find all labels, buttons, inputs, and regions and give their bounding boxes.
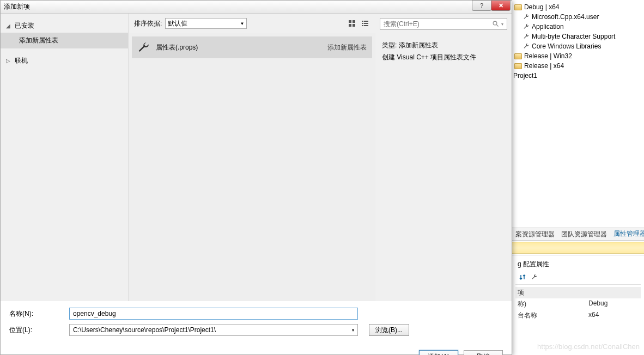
tab-solution-explorer[interactable]: 案资源管理器 — [512, 228, 558, 241]
svg-rect-6 — [362, 23, 363, 24]
tree-mbcs[interactable]: Multi-byte Character Support — [513, 32, 643, 41]
chevron-down-icon: ▾ — [352, 328, 354, 333]
svg-rect-7 — [364, 23, 368, 24]
sort-tool[interactable] — [518, 272, 527, 282]
view-grid-button[interactable] — [347, 19, 357, 28]
search-box[interactable]: ▾ — [380, 18, 507, 30]
folder-icon — [514, 4, 522, 10]
dialog-titlebar: 添加新项 ? ✕ — [1, 1, 512, 14]
template-list-panel: 排序依据: 默认值 ▼ 属性表(.props) — [129, 14, 375, 301]
name-input[interactable] — [69, 308, 358, 320]
svg-rect-5 — [364, 21, 368, 22]
tree-label: 已安装 — [15, 21, 34, 30]
location-label: 位置(L): — [9, 326, 69, 335]
tree-label: Multi-byte Character Support — [532, 33, 615, 40]
tree-label: Application — [532, 23, 564, 30]
sort-bar: 排序依据: 默认值 ▼ — [129, 14, 375, 33]
template-tag: 添加新属性表 — [327, 43, 367, 52]
description-panel: ▾ 类型: 添加新属性表 创建 Visual C++ 项目属性表文件 — [375, 14, 512, 301]
svg-rect-2 — [349, 24, 351, 27]
tree-core-libs[interactable]: Core Windows Libraries — [513, 41, 643, 51]
template-item-props[interactable]: 属性表(.props) 添加新属性表 — [132, 36, 372, 58]
properties-header: g 配置属性 — [515, 259, 641, 270]
tree-online[interactable]: ▷ 联机 — [1, 54, 128, 68]
tree-label: Microsoft.Cpp.x64.user — [532, 13, 599, 21]
divider-strip — [512, 242, 644, 254]
wrench-icon — [523, 14, 530, 20]
chevron-down-icon: ▼ — [240, 21, 244, 26]
desc-type-label: 类型: — [382, 41, 397, 49]
property-manager-panel: Debug | x64 Microsoft.Cpp.x64.user Appli… — [512, 0, 644, 355]
category-tree: ◢ 已安装 添加新属性表 ▷ 联机 — [1, 14, 129, 301]
prop-row-name[interactable]: 称) Debug — [515, 298, 641, 310]
sort-dropdown[interactable]: 默认值 ▼ — [165, 18, 247, 29]
close-button[interactable]: ✕ — [491, 0, 511, 11]
tree-installed[interactable]: ◢ 已安装 — [1, 19, 128, 33]
window-controls: ? ✕ — [472, 0, 511, 11]
tree-ms-cpp[interactable]: Microsoft.Cpp.x64.user — [513, 12, 643, 22]
search-icon — [493, 21, 499, 27]
help-button[interactable]: ? — [472, 0, 491, 11]
bottom-tabs: 案资源管理器 团队资源管理器 属性管理器 — [512, 228, 644, 241]
svg-point-10 — [493, 21, 497, 25]
tree-label: Project1 — [513, 72, 537, 79]
chevron-down-icon: ◢ — [6, 23, 13, 29]
location-value: C:\Users\Cheney\source\repos\Project1\Pr… — [73, 326, 216, 334]
tree-release-x64[interactable]: Release | x64 — [513, 61, 643, 71]
bottom-form: 名称(N): 位置(L): C:\Users\Cheney\source\rep… — [1, 301, 512, 347]
chevron-right-icon: ▷ — [6, 58, 13, 64]
browse-button[interactable]: 浏览(B)... — [369, 324, 409, 336]
tree-project1[interactable]: Project1 — [513, 71, 643, 81]
svg-line-11 — [497, 25, 499, 27]
dialog-title: 添加新项 — [4, 2, 30, 11]
svg-rect-8 — [362, 25, 363, 26]
bg-tree: Debug | x64 Microsoft.Cpp.x64.user Appli… — [512, 0, 644, 83]
tree-add-property-sheet[interactable]: 添加新属性表 — [1, 33, 128, 48]
svg-rect-1 — [353, 20, 355, 23]
sort-label: 排序依据: — [134, 19, 162, 28]
desc-type-line: 类型: 添加新属性表 — [382, 40, 505, 52]
location-dropdown[interactable]: C:\Users\Cheney\source\repos\Project1\Pr… — [69, 324, 358, 336]
add-new-item-dialog: 添加新项 ? ✕ ◢ 已安装 添加新属性表 ▷ 联机 排序依据: — [0, 0, 512, 355]
template-list: 属性表(.props) 添加新属性表 — [129, 33, 375, 301]
desc-type-value: 添加新属性表 — [399, 41, 438, 49]
tree-label: Release | Win32 — [524, 52, 572, 60]
dialog-body: ◢ 已安装 添加新属性表 ▷ 联机 排序依据: 默认值 ▼ — [1, 14, 512, 301]
tree-debug-x64[interactable]: Debug | x64 — [513, 2, 643, 12]
wrench-icon — [523, 43, 530, 50]
svg-rect-3 — [353, 24, 355, 27]
prop-row-platform[interactable]: 台名称 x64 — [515, 310, 641, 321]
template-name: 属性表(.props) — [156, 43, 327, 52]
name-label: 名称(N): — [9, 309, 69, 319]
view-list-button[interactable] — [360, 19, 370, 28]
tree-release-win32[interactable]: Release | Win32 — [513, 51, 643, 61]
svg-rect-9 — [364, 25, 368, 26]
tree-label: 联机 — [15, 56, 28, 65]
prop-value: x64 — [588, 311, 599, 320]
wrench-icon — [523, 33, 530, 40]
svg-rect-4 — [362, 21, 363, 22]
add-button[interactable]: 添加(A) — [419, 350, 458, 355]
tree-application[interactable]: Application — [513, 22, 643, 32]
prop-cat-label: 项 — [518, 288, 588, 297]
properties-toolbar — [515, 270, 641, 285]
properties-panel: g 配置属性 项 称) Debug 台名称 x64 — [512, 255, 644, 355]
desc-detail: 创建 Visual C++ 项目属性表文件 — [382, 52, 505, 64]
wrench-tool[interactable] — [530, 272, 539, 282]
template-description: 类型: 添加新属性表 创建 Visual C++ 项目属性表文件 — [375, 34, 512, 69]
tree-label: Release | x64 — [524, 62, 564, 70]
tree-label: Debug | x64 — [524, 3, 560, 11]
wrench-icon — [523, 23, 530, 30]
location-row: 位置(L): C:\Users\Cheney\source\repos\Proj… — [9, 324, 503, 336]
prop-key: 台名称 — [518, 311, 588, 320]
cancel-button[interactable]: 取消 — [464, 350, 503, 355]
name-row: 名称(N): — [9, 308, 503, 320]
tree-label: 添加新属性表 — [19, 36, 58, 44]
wrench-icon — [137, 41, 150, 54]
tab-property-manager[interactable]: 属性管理器 — [610, 228, 644, 241]
tree-label: Core Windows Libraries — [532, 42, 601, 50]
sort-value: 默认值 — [168, 19, 187, 28]
tab-team-explorer[interactable]: 团队资源管理器 — [558, 228, 610, 241]
svg-rect-0 — [349, 20, 351, 23]
search-input[interactable] — [384, 20, 493, 28]
